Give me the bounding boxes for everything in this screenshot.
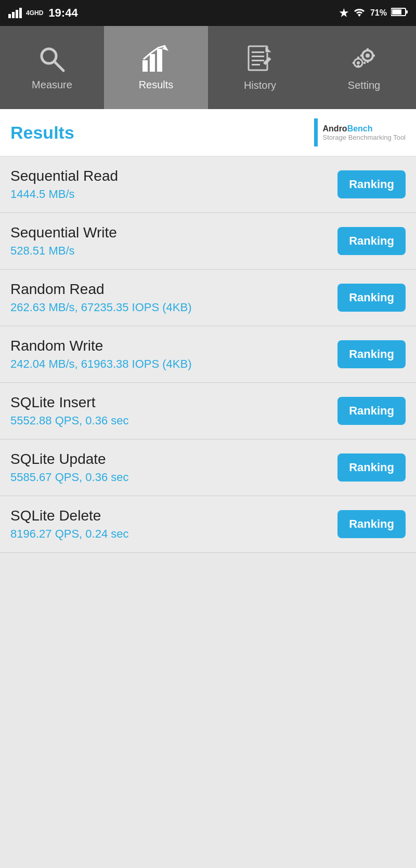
result-value: 528.51 MB/s bbox=[10, 244, 337, 258]
ranking-button[interactable]: Ranking bbox=[337, 284, 406, 312]
time-display: 19:44 bbox=[48, 6, 77, 20]
bluetooth-icon: ★ bbox=[339, 7, 348, 19]
result-value: 5585.67 QPS, 0.36 sec bbox=[10, 471, 337, 484]
tab-setting[interactable]: Setting bbox=[312, 26, 416, 109]
svg-rect-5 bbox=[392, 9, 401, 15]
svg-rect-13 bbox=[249, 46, 267, 70]
ranking-button[interactable]: Ranking bbox=[337, 170, 406, 198]
ranking-button[interactable]: Ranking bbox=[337, 510, 406, 538]
tab-results[interactable]: Results bbox=[104, 26, 208, 109]
ranking-button[interactable]: Ranking bbox=[337, 340, 406, 368]
result-value: 262.63 MB/s, 67235.35 IOPS (4KB) bbox=[10, 301, 337, 314]
svg-rect-6 bbox=[406, 10, 408, 14]
svg-point-25 bbox=[357, 61, 360, 64]
result-name: SQLite Delete bbox=[10, 508, 337, 524]
results-list: Sequential Read1444.5 MB/sRankingSequent… bbox=[0, 156, 416, 553]
logo-subtitle: Storage Benchmarking Tool bbox=[323, 133, 406, 141]
tab-history-label: History bbox=[244, 79, 276, 91]
result-name: Random Read bbox=[10, 281, 337, 298]
result-name: Sequential Read bbox=[10, 168, 337, 184]
svg-rect-0 bbox=[8, 14, 11, 18]
svg-rect-9 bbox=[142, 60, 148, 72]
svg-rect-1 bbox=[12, 12, 15, 18]
logo-bench: Bench bbox=[347, 124, 373, 133]
logo-name: AndroBench bbox=[323, 124, 406, 133]
result-value: 242.04 MB/s, 61963.38 IOPS (4KB) bbox=[10, 357, 337, 371]
ranking-button[interactable]: Ranking bbox=[337, 453, 406, 482]
result-value: 5552.88 QPS, 0.36 sec bbox=[10, 414, 337, 428]
result-info: Sequential Write528.51 MB/s bbox=[10, 224, 337, 258]
result-info: Random Read262.63 MB/s, 67235.35 IOPS (4… bbox=[10, 281, 337, 314]
status-left: 4GHD 19:44 bbox=[8, 6, 78, 20]
page-title: Results bbox=[10, 123, 74, 143]
result-name: SQLite Update bbox=[10, 451, 337, 468]
chart-icon bbox=[140, 45, 172, 74]
search-icon bbox=[37, 45, 67, 74]
tab-results-label: Results bbox=[139, 79, 174, 91]
result-name: SQLite Insert bbox=[10, 394, 337, 411]
tab-setting-label: Setting bbox=[348, 79, 380, 91]
result-info: SQLite Update5585.67 QPS, 0.36 sec bbox=[10, 451, 337, 484]
svg-rect-28 bbox=[360, 55, 363, 57]
wifi-icon bbox=[353, 7, 366, 20]
svg-rect-16 bbox=[252, 60, 264, 61]
svg-rect-3 bbox=[19, 8, 22, 18]
network-type: 4GHD bbox=[26, 9, 43, 17]
tab-history[interactable]: History bbox=[208, 26, 312, 109]
result-info: SQLite Delete8196.27 QPS, 0.24 sec bbox=[10, 508, 337, 541]
signal-icon bbox=[8, 7, 23, 20]
svg-rect-10 bbox=[150, 54, 155, 72]
svg-line-8 bbox=[54, 61, 63, 71]
svg-rect-33 bbox=[363, 62, 366, 64]
status-right: ★ 71% bbox=[339, 7, 408, 20]
svg-rect-29 bbox=[372, 55, 375, 57]
logo: AndroBench Storage Benchmarking Tool bbox=[314, 118, 406, 146]
svg-rect-30 bbox=[357, 57, 359, 59]
result-info: Random Write242.04 MB/s, 61963.38 IOPS (… bbox=[10, 338, 337, 371]
table-row: Random Write242.04 MB/s, 61963.38 IOPS (… bbox=[0, 326, 416, 383]
document-icon bbox=[246, 44, 274, 74]
tab-measure[interactable]: Measure bbox=[0, 26, 104, 109]
gear-icon bbox=[349, 44, 379, 74]
result-name: Random Write bbox=[10, 338, 337, 354]
ranking-button[interactable]: Ranking bbox=[337, 227, 406, 255]
svg-rect-17 bbox=[252, 64, 260, 65]
battery-label: 71% bbox=[370, 8, 387, 18]
table-row: SQLite Insert5552.88 QPS, 0.36 secRankin… bbox=[0, 383, 416, 439]
result-info: SQLite Insert5552.88 QPS, 0.36 sec bbox=[10, 394, 337, 428]
result-value: 1444.5 MB/s bbox=[10, 188, 337, 201]
status-bar: 4GHD 19:44 ★ 71% bbox=[0, 0, 416, 26]
svg-rect-26 bbox=[367, 48, 369, 51]
tab-measure-label: Measure bbox=[32, 79, 72, 91]
svg-rect-14 bbox=[252, 51, 264, 53]
result-info: Sequential Read1444.5 MB/s bbox=[10, 168, 337, 201]
svg-marker-18 bbox=[265, 46, 271, 52]
table-row: SQLite Update5585.67 QPS, 0.36 secRankin… bbox=[0, 439, 416, 496]
ranking-button[interactable]: Ranking bbox=[337, 397, 406, 425]
nav-tabs: Measure Results bbox=[0, 26, 416, 109]
svg-rect-11 bbox=[157, 49, 162, 72]
svg-rect-15 bbox=[252, 56, 264, 57]
svg-rect-31 bbox=[357, 65, 359, 67]
page-header: Results AndroBench Storage Benchmarking … bbox=[0, 109, 416, 156]
svg-rect-32 bbox=[353, 62, 355, 64]
table-row: Random Read262.63 MB/s, 67235.35 IOPS (4… bbox=[0, 270, 416, 326]
svg-rect-27 bbox=[367, 60, 369, 63]
logo-bar bbox=[314, 118, 318, 146]
table-row: Sequential Write528.51 MB/sRanking bbox=[0, 213, 416, 270]
svg-point-23 bbox=[366, 54, 370, 58]
svg-rect-2 bbox=[16, 10, 18, 18]
result-name: Sequential Write bbox=[10, 224, 337, 241]
table-row: SQLite Delete8196.27 QPS, 0.24 secRankin… bbox=[0, 496, 416, 553]
battery-icon bbox=[391, 7, 408, 19]
table-row: Sequential Read1444.5 MB/sRanking bbox=[0, 156, 416, 213]
logo-text-container: AndroBench Storage Benchmarking Tool bbox=[323, 124, 406, 141]
result-value: 8196.27 QPS, 0.24 sec bbox=[10, 527, 337, 541]
